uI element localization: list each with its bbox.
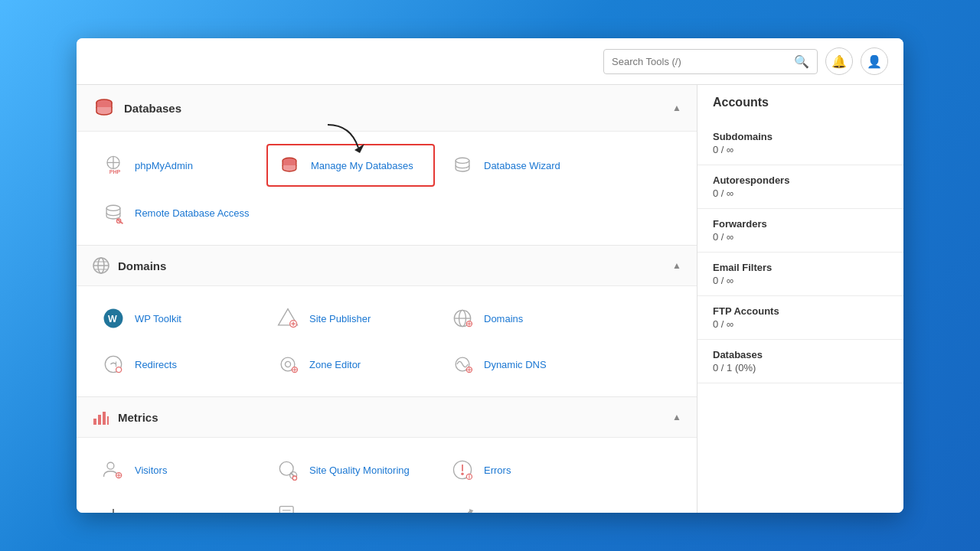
accounts-section: Accounts [697,85,903,122]
tool-remote-db[interactable]: Remote Database Access [92,193,260,233]
errors-label: Errors [484,465,511,476]
metrics-section: Metrics ▲ [77,397,697,513]
tool-domains[interactable]: Domains [441,298,609,338]
svg-rect-60 [279,507,293,513]
tool-site-publisher[interactable]: Site Publisher [266,298,435,338]
svg-rect-42 [103,412,106,425]
bandwidth-label: Bandwidth [135,510,181,514]
redirects-icon [100,350,127,378]
tool-redirects[interactable]: Redirects [92,344,260,384]
manage-db-svg [277,153,302,178]
domains-section: Domains ▲ W WP Toolkit [77,246,697,397]
awstats-label: Awstats [484,510,518,514]
databases-chevron: ▲ [672,103,681,113]
metrics-section-icon [92,408,110,426]
tool-bandwidth[interactable]: Bandwidth [92,496,260,513]
domains-tool-svg [450,306,475,331]
content-area: Databases ▲ PHP [77,85,903,513]
domains-section-icon [92,256,110,275]
bandwidth-svg [101,504,126,513]
tool-phpmyadmin[interactable]: PHP phpMyAdmin [92,144,260,187]
zone-editor-svg [276,352,300,377]
tool-manage-my-databases[interactable]: Manage My Databases [266,144,435,187]
tool-visitors[interactable]: Visitors [92,450,260,490]
user-icon: 👤 [867,54,882,69]
stat-autoresponders: Autoresponders 0 / ∞ [697,165,903,209]
databases-section-header[interactable]: Databases ▲ [77,85,697,132]
tool-dynamic-dns[interactable]: Dynamic DNS [441,344,609,384]
site-publisher-label: Site Publisher [309,313,371,324]
stat-ftp-accounts-value: 0 / ∞ [713,318,888,330]
domains-section-header[interactable]: Domains ▲ [77,246,697,286]
databases-section-title-group: Databases [92,96,181,120]
metrics-section-header[interactable]: Metrics ▲ [77,397,697,438]
raw-access-label: Raw Access [309,510,364,514]
sidebar: Accounts Subdomains 0 / ∞ Autoresponders… [697,85,903,513]
site-quality-label: Site Quality Monitoring [309,465,410,476]
phpmyadmin-label: phpMyAdmin [135,160,193,171]
accounts-title: Accounts [713,96,888,109]
stat-ftp-accounts: FTP Accounts 0 / ∞ [697,296,903,340]
metrics-label: Metrics [118,411,158,424]
metrics-body: Visitors Site Quality Monitori [77,438,697,513]
site-publisher-icon [274,305,302,332]
dynamic-dns-svg [450,352,475,377]
errors-svg [450,458,475,482]
stat-email-filters-value: 0 / ∞ [713,275,888,286]
bell-button[interactable]: 🔔 [825,47,853,75]
svg-point-54 [461,473,464,476]
bell-icon: 🔔 [831,54,847,69]
awstats-icon [449,502,476,513]
visitors-svg [101,458,126,482]
phpmyadmin-svg: PHP [101,153,126,178]
user-button[interactable]: 👤 [861,47,888,75]
site-quality-svg [276,458,300,482]
stat-databases-label: Databases [713,349,888,360]
domains-tool-label: Domains [484,313,523,324]
manage-db-icon [276,152,303,179]
manage-db-container: Manage My Databases [266,144,435,187]
stat-subdomains-label: Subdomains [713,131,888,142]
svg-rect-43 [107,416,109,425]
site-publisher-svg [276,306,300,331]
tool-errors[interactable]: Errors [441,450,609,490]
tool-database-wizard[interactable]: Database Wizard [441,144,609,187]
tool-zone-editor[interactable]: Zone Editor [266,344,435,384]
tool-raw-access[interactable]: Raw Access [266,496,435,513]
stat-email-filters: Email Filters 0 / ∞ [697,253,903,296]
tool-site-quality[interactable]: Site Quality Monitoring [266,450,435,490]
sidebar-stats-list: Subdomains 0 / ∞ Autoresponders 0 / ∞ Fo… [697,122,903,383]
remote-db-icon [100,199,127,227]
metrics-chevron: ▲ [672,412,681,422]
awstats-svg [450,504,475,513]
phpmyadmin-icon: PHP [100,152,127,179]
tool-wp-toolkit[interactable]: W WP Toolkit [92,298,260,338]
domains-section-title-group: Domains [92,256,166,275]
wp-toolkit-label: WP Toolkit [135,313,181,324]
svg-point-29 [116,367,122,373]
stat-forwarders-label: Forwarders [713,218,888,230]
domains-chevron: ▲ [672,260,681,271]
stat-subdomains: Subdomains 0 / ∞ [697,122,903,165]
stat-autoresponders-label: Autoresponders [713,174,888,186]
db-wizard-svg [450,153,475,178]
stat-forwarders-value: 0 / ∞ [713,231,888,243]
visitors-icon [100,456,127,484]
zone-editor-label: Zone Editor [309,359,361,370]
tool-awstats[interactable]: Awstats [441,496,609,513]
zone-editor-icon [274,350,302,378]
search-button[interactable]: 🔍 [794,54,809,69]
svg-point-8 [106,205,120,210]
search-box[interactable]: 🔍 [603,49,818,74]
databases-label: Databases [124,102,181,115]
stat-email-filters-label: Email Filters [713,262,888,273]
stat-forwarders: Forwarders 0 / ∞ [697,209,903,253]
redirects-svg [101,352,126,377]
main-window: 🔍 🔔 👤 Databases [77,38,903,513]
domains-tool-icon [449,305,476,332]
stat-ftp-accounts-label: FTP Accounts [713,305,888,317]
svg-point-44 [107,462,114,469]
redirects-label: Redirects [135,359,177,370]
search-input[interactable] [612,56,794,67]
raw-access-svg [276,504,300,513]
